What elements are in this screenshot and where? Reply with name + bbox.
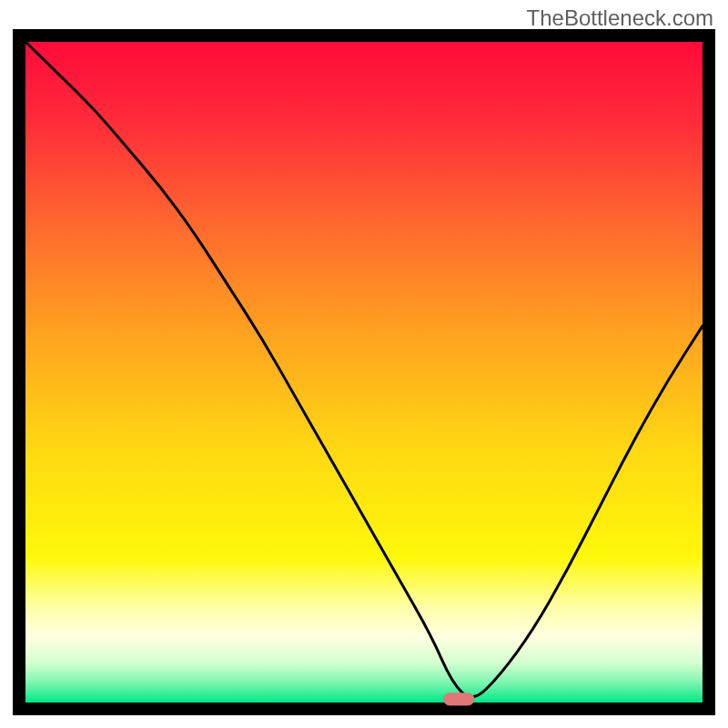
plot-background	[25, 42, 703, 703]
watermark-text: TheBottleneck.com	[527, 5, 713, 31]
annotation-min-marker	[443, 693, 473, 705]
bottleneck-chart: TheBottleneck.com	[0, 0, 728, 728]
chart-canvas	[0, 0, 728, 728]
